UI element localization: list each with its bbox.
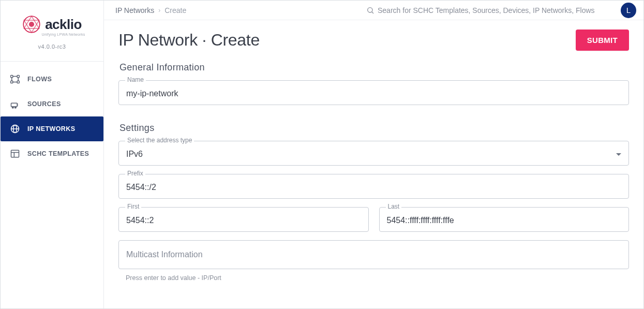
section-title-settings: Settings <box>119 123 629 134</box>
address-type-label: Select the address type <box>125 137 194 144</box>
multicast-helper: Press enter to add value - IP/Port <box>126 274 629 282</box>
sidebar-item-sources[interactable]: SOURCES <box>1 92 103 116</box>
prefix-label: Prefix <box>125 170 145 177</box>
first-input[interactable] <box>126 216 361 225</box>
sources-icon <box>10 99 20 109</box>
svg-rect-4 <box>11 81 13 83</box>
breadcrumb-link-ip-networks[interactable]: IP Networks <box>115 6 154 14</box>
search-input[interactable] <box>378 6 610 14</box>
last-input[interactable] <box>387 216 622 225</box>
sidebar-nav: FLOWS SOURCES IP NETWORKS <box>1 67 103 166</box>
svg-point-12 <box>368 7 372 12</box>
first-label: First <box>125 203 141 210</box>
svg-rect-2 <box>11 76 13 78</box>
address-type-select[interactable]: IPv6 <box>126 150 621 159</box>
main-area: IP Networks › Create L IP Network · Crea… <box>104 1 643 308</box>
prefix-field[interactable]: Prefix <box>118 174 629 199</box>
address-type-field[interactable]: Select the address type IPv6 <box>118 141 629 166</box>
svg-point-7 <box>12 107 14 108</box>
name-field-label: Name <box>125 76 146 83</box>
brand-name: acklio <box>45 17 82 33</box>
last-field[interactable]: Last <box>379 207 630 232</box>
sidebar-item-flows[interactable]: FLOWS <box>1 67 103 92</box>
multicast-placeholder: Multicast Information <box>126 250 203 259</box>
svg-rect-6 <box>11 103 18 107</box>
multicast-field[interactable]: Multicast Information <box>118 240 629 269</box>
sidebar-item-label: FLOWS <box>27 76 52 83</box>
chevron-down-icon <box>616 153 621 156</box>
avatar-initial: L <box>626 6 631 14</box>
svg-rect-3 <box>17 76 19 78</box>
globe-icon <box>10 124 20 134</box>
topbar: IP Networks › Create L <box>104 1 643 20</box>
sidebar-item-label: IP NETWORKS <box>27 125 75 133</box>
template-icon <box>10 149 20 159</box>
global-search[interactable] <box>366 6 610 14</box>
sidebar-divider <box>1 61 103 62</box>
sidebar-item-ip-networks[interactable]: IP NETWORKS <box>1 116 103 141</box>
submit-button[interactable]: SUBMIT <box>576 30 629 51</box>
flows-icon <box>10 74 20 84</box>
brand-version: v4.0.0-rc3 <box>6 43 98 50</box>
sidebar-item-label: SCHC TEMPLATES <box>27 150 89 157</box>
avatar[interactable]: L <box>621 3 636 18</box>
search-icon <box>366 6 375 14</box>
page-title: IP Network · Create <box>118 31 260 50</box>
breadcrumb-separator-icon: › <box>158 7 160 14</box>
sidebar-item-schc-templates[interactable]: SCHC TEMPLATES <box>1 141 103 166</box>
prefix-input[interactable] <box>126 183 621 192</box>
svg-point-1 <box>29 22 34 27</box>
name-field[interactable]: Name <box>118 80 629 105</box>
breadcrumb-current: Create <box>164 6 186 14</box>
svg-rect-11 <box>11 150 19 157</box>
name-input[interactable] <box>126 89 621 98</box>
address-type-value: IPv6 <box>126 150 143 159</box>
last-label: Last <box>386 203 402 210</box>
svg-point-8 <box>15 107 17 108</box>
sidebar: acklio Unifying LPWA Networks v4.0.0-rc3… <box>1 1 104 308</box>
content-scroll: IP Network · Create SUBMIT General Infor… <box>104 20 643 308</box>
brand-block: acklio Unifying LPWA Networks v4.0.0-rc3 <box>1 1 103 52</box>
breadcrumb: IP Networks › Create <box>115 6 186 14</box>
section-title-general: General Information <box>119 62 629 73</box>
svg-rect-5 <box>17 81 19 83</box>
acklio-logo-icon <box>22 15 41 34</box>
first-field[interactable]: First <box>118 207 369 232</box>
sidebar-item-label: SOURCES <box>27 100 61 108</box>
